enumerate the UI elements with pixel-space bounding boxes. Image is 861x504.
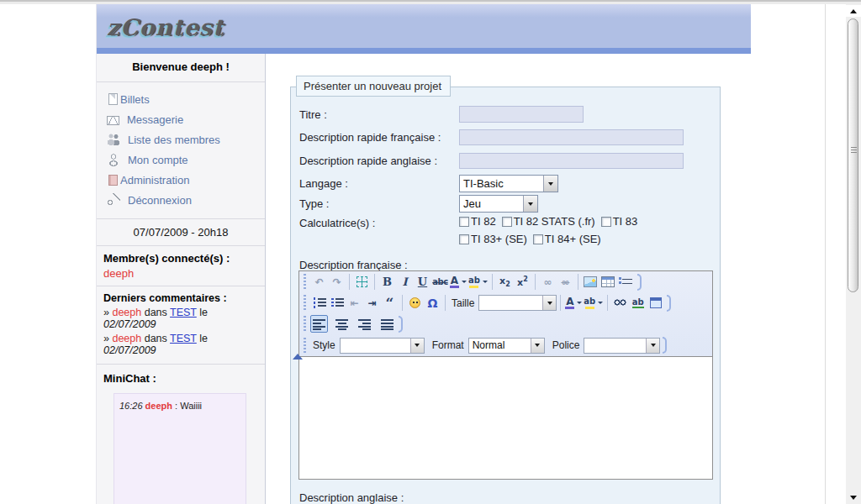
select-arrow-button[interactable] <box>523 196 537 212</box>
bullet-list-button[interactable] <box>328 294 346 312</box>
desc-en-input[interactable] <box>459 153 684 169</box>
toolbar-separator <box>402 295 403 311</box>
underline-button[interactable]: U <box>414 273 431 291</box>
smiley-button[interactable] <box>406 294 424 312</box>
language-select[interactable]: TI-Basic <box>459 175 558 192</box>
scroll-up-button[interactable] <box>846 5 861 17</box>
toolbar-separator <box>492 274 493 290</box>
highlight-color-button[interactable]: ab <box>467 273 489 291</box>
toolbar-collapse-icon[interactable] <box>293 354 303 360</box>
sidebar-item-liste-des-membres[interactable]: Liste des membres <box>107 129 260 150</box>
style-select[interactable] <box>340 338 425 354</box>
blockquote-button[interactable]: “ <box>381 294 399 312</box>
scrollbar-grip-icon <box>851 147 857 155</box>
checkbox-ti82stats[interactable] <box>502 217 512 227</box>
replace-button[interactable]: ab <box>629 294 647 312</box>
maximize-icon <box>650 297 662 308</box>
toolbar-drag-handle[interactable] <box>304 316 306 332</box>
toolbar-drag-handle[interactable] <box>304 338 306 354</box>
editor-toolbar-row-1: ↶ ↷ B I U abc A ab <box>299 271 712 292</box>
select-arrow-button[interactable] <box>531 339 544 353</box>
insert-image-button[interactable] <box>582 273 600 291</box>
minichat-box[interactable]: 16:26 deeph : Waiiii <box>114 393 246 504</box>
bold-button[interactable]: B <box>378 273 396 291</box>
align-center-button[interactable] <box>333 315 351 333</box>
font-select[interactable] <box>584 338 660 354</box>
type-select[interactable]: Jeu <box>459 195 538 213</box>
toolbar-drag-handle[interactable] <box>304 274 306 290</box>
unlink-button[interactable]: ∞ <box>557 273 574 291</box>
scroll-down-button[interactable] <box>846 491 861 503</box>
sidebar-item-deconnexion[interactable]: Déconnexion <box>107 190 260 210</box>
comment-author[interactable]: deeph <box>112 307 141 318</box>
image-icon <box>584 276 597 287</box>
select-arrow-button[interactable] <box>410 339 424 353</box>
desc-en-row: Description rapide anglaise : <box>299 153 684 169</box>
connected-member-name[interactable]: deeph <box>103 267 258 280</box>
checkbox-ti84plus[interactable] <box>533 234 543 244</box>
toolbar-group-end <box>667 295 671 312</box>
checkbox-ti83[interactable] <box>601 217 611 227</box>
align-left-button[interactable] <box>310 315 328 333</box>
comment-author[interactable]: deeph <box>112 333 141 344</box>
italic-button[interactable]: I <box>396 273 414 291</box>
checkbox-ti82[interactable] <box>459 217 469 227</box>
desc-fr-input[interactable] <box>459 129 684 145</box>
text-color-button[interactable]: A <box>449 273 467 291</box>
site-logo[interactable]: zContest <box>107 14 224 40</box>
title-input[interactable] <box>459 106 584 123</box>
comment-topic-link[interactable]: TEST <box>170 333 197 344</box>
vertical-scrollbar[interactable] <box>846 4 861 504</box>
scrollbar-thumb[interactable] <box>848 18 858 292</box>
main-content: Présenter un nouveau projet Titre : Desc… <box>267 54 751 504</box>
language-row: Langage : TI-Basic <box>299 175 558 192</box>
redo-button[interactable]: ↷ <box>328 273 346 291</box>
subscript-button[interactable]: x2 <box>496 273 514 291</box>
superscript-button[interactable]: x2 <box>514 273 531 291</box>
strikethrough-button[interactable]: abc <box>431 273 449 291</box>
select-arrow-button[interactable] <box>542 296 556 310</box>
sidebar-item-label: Déconnexion <box>128 194 192 207</box>
comment-date: 02/07/2009 <box>103 344 156 356</box>
outdent-button[interactable]: ⇤ <box>346 294 363 312</box>
toolbar-drag-handle[interactable] <box>304 295 306 311</box>
document-icon <box>108 93 118 105</box>
highlight-color-button[interactable]: ab <box>583 294 604 312</box>
size-select[interactable] <box>478 295 557 311</box>
text-color-button[interactable]: A <box>564 294 583 312</box>
select-arrow-button[interactable] <box>646 339 659 353</box>
sidebar-item-messagerie[interactable]: Messagerie <box>107 109 260 129</box>
find-button[interactable] <box>611 294 629 312</box>
highlight-color-icon: ab <box>468 276 480 288</box>
special-char-button[interactable]: Ω <box>424 294 441 312</box>
chevron-down-icon <box>651 344 656 347</box>
comment-prefix: » <box>103 333 109 344</box>
editor-text-area[interactable] <box>299 356 712 479</box>
justify-button[interactable] <box>378 315 396 333</box>
maximize-button[interactable] <box>647 294 664 312</box>
sidebar-item-label: Mon compte <box>128 154 188 166</box>
align-right-button[interactable] <box>356 315 373 333</box>
numbered-list-button[interactable] <box>310 294 328 312</box>
undo-button[interactable]: ↶ <box>310 273 328 291</box>
sidebar-item-billets[interactable]: Billets <box>107 89 260 109</box>
bold-icon: B <box>383 276 392 288</box>
indent-button[interactable]: ⇥ <box>363 294 381 312</box>
select-arrow-button[interactable] <box>543 176 557 192</box>
show-table-borders-button[interactable] <box>353 273 371 291</box>
sidebar-item-mon-compte[interactable]: Mon compte <box>107 150 260 170</box>
replace-icon: ab <box>632 298 644 308</box>
calculators-label: Calculatrice(s) : <box>299 215 459 229</box>
chevron-down-icon <box>415 344 420 347</box>
comment-topic-link[interactable]: TEST <box>170 307 197 318</box>
format-select[interactable]: Normal <box>468 338 545 354</box>
horizontal-rule-button[interactable] <box>617 273 635 291</box>
indent-icon: ⇥ <box>367 297 376 309</box>
insert-table-button[interactable] <box>600 273 617 291</box>
sidebar-item-label: Billets <box>120 93 150 106</box>
link-button[interactable]: ∞ <box>539 273 557 291</box>
sidebar-item-administration[interactable]: Administration <box>107 170 260 190</box>
checkbox-ti83plus[interactable] <box>459 234 469 244</box>
chat-message: Waiiii <box>180 401 202 411</box>
rich-text-editor: ↶ ↷ B I U abc A ab <box>298 270 713 480</box>
